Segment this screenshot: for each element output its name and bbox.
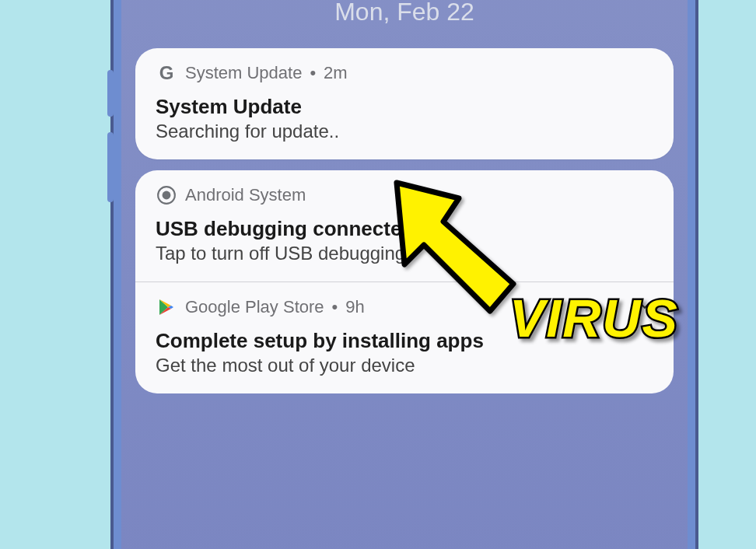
svg-point-1 xyxy=(163,191,171,200)
google-icon: G xyxy=(156,62,177,84)
notification-body: Get the most out of your device xyxy=(156,355,653,376)
notification-play-store[interactable]: Google Play Store • 9h Complete setup by… xyxy=(135,281,674,393)
android-system-icon xyxy=(156,184,177,206)
notification-app-name: Android System xyxy=(185,185,306,205)
notification-age: 2m xyxy=(324,63,348,83)
separator-dot: • xyxy=(332,297,338,317)
notification-app-name: System Update xyxy=(185,63,302,83)
phone-frame: 4:58 Mon, Feb 22 G System Update • 2m Sy… xyxy=(114,0,695,549)
notification-body: Tap to turn off USB debugging xyxy=(156,243,653,264)
notification-header: Google Play Store • 9h xyxy=(156,296,653,318)
notification-title: USB debugging connected xyxy=(156,217,653,241)
play-store-icon xyxy=(156,296,177,318)
notification-header: Android System xyxy=(156,184,653,206)
notification-android-system[interactable]: Android System USB debugging connected T… xyxy=(135,170,674,281)
notification-body: Searching for update.. xyxy=(156,121,653,142)
notification-title: System Update xyxy=(156,95,653,119)
notification-title: Complete setup by installing apps xyxy=(156,329,653,353)
notifications-list: G System Update • 2m System Update Searc… xyxy=(121,48,688,393)
notification-age: 9h xyxy=(345,297,364,317)
notification-header: G System Update • 2m xyxy=(156,62,653,84)
notification-app-name: Google Play Store xyxy=(185,297,324,317)
separator-dot: • xyxy=(310,63,316,83)
notification-group: Android System USB debugging connected T… xyxy=(135,170,674,393)
volume-down-button[interactable] xyxy=(107,132,114,202)
notification-system-update[interactable]: G System Update • 2m System Update Searc… xyxy=(135,48,674,159)
lockscreen-date: Mon, Feb 22 xyxy=(121,0,688,26)
volume-up-button[interactable] xyxy=(107,70,114,117)
chevron-down-icon[interactable] xyxy=(636,297,653,317)
